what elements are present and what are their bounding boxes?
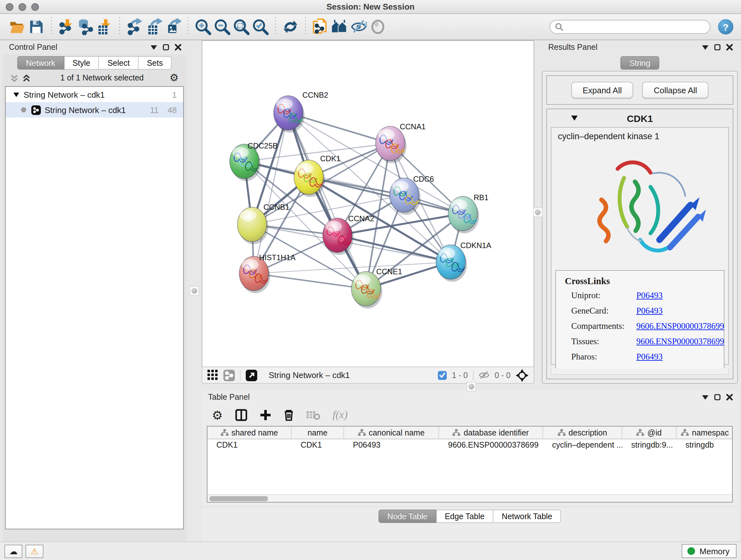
right-splitter[interactable] — [534, 40, 542, 384]
network-node-CDC25B[interactable]: CDC25B — [230, 141, 278, 181]
splitter-handle[interactable] — [190, 286, 199, 296]
panel-float-icon[interactable] — [714, 44, 721, 51]
hide-selected-icon[interactable] — [349, 17, 368, 37]
bottom-splitter[interactable] — [202, 384, 741, 390]
crosslink-link[interactable]: P06493 — [636, 352, 663, 362]
table-cell[interactable]: stringdb — [677, 439, 733, 451]
panel-close-icon[interactable] — [726, 44, 733, 51]
tab-sets[interactable]: Sets — [138, 56, 172, 70]
add-column-icon[interactable] — [260, 409, 271, 421]
network-row-selected[interactable]: String Network – cdk1 11 48 — [6, 102, 183, 118]
birdseye-view-icon[interactable] — [207, 370, 218, 381]
network-edge[interactable] — [288, 113, 366, 289]
save-session-icon[interactable] — [27, 17, 46, 37]
show-columns-icon[interactable] — [235, 409, 248, 422]
tab-string[interactable]: String — [620, 56, 659, 70]
crosslink-link[interactable]: P06493 — [636, 306, 663, 316]
splitter-handle[interactable] — [533, 207, 542, 217]
tab-node-table[interactable]: Node Table — [379, 509, 436, 523]
network-node-HIST1H1A[interactable]: HIST1H1A — [239, 253, 295, 294]
hscrollbar-thumb[interactable] — [209, 496, 268, 501]
panel-close-icon[interactable] — [175, 44, 181, 51]
network-edge[interactable] — [337, 235, 451, 262]
network-node-CCNB2[interactable]: CCNB2 — [274, 91, 328, 133]
panel-menu-icon[interactable] — [702, 45, 709, 50]
crosslink-link[interactable]: 9606.ENSP00000378699 — [636, 336, 724, 347]
fit-content-crosshair-icon[interactable] — [516, 369, 529, 381]
network-share-icon[interactable] — [223, 369, 235, 381]
panel-menu-icon[interactable] — [151, 45, 157, 50]
network-node-RB1[interactable]: RB1 — [448, 193, 488, 233]
crosslink-link[interactable]: 9606.ENSP00000378699 — [636, 321, 724, 331]
network-canvas[interactable]: CCNB2CCNA1CDC25BCDK1CDC6RB1CCNB1CCNA2HIS… — [202, 40, 534, 367]
column-header-name[interactable]: name — [292, 427, 344, 439]
duplicate-network-icon[interactable] — [311, 17, 330, 37]
help-icon[interactable]: ? — [718, 19, 733, 35]
table-cell[interactable]: 9606.ENSP00000378699 — [439, 439, 543, 451]
column-header-shared-name[interactable]: shared name — [207, 427, 292, 439]
import-network-icon[interactable] — [57, 17, 76, 37]
results-scroll-strip[interactable] — [551, 368, 729, 375]
zoom-fit-icon[interactable] — [232, 17, 251, 37]
column-header-canonical-name[interactable]: canonical name — [344, 427, 439, 439]
collapse-all-button[interactable]: Collapse All — [643, 82, 709, 98]
crosslink-link[interactable]: P06493 — [636, 291, 663, 301]
refresh-view-icon[interactable] — [281, 17, 300, 37]
network-node-CCNE1[interactable]: CCNE1 — [351, 267, 402, 309]
open-in-window-icon[interactable] — [246, 369, 257, 381]
column-header--id[interactable]: @id — [622, 427, 677, 439]
table-hscrollbar[interactable] — [207, 494, 732, 502]
collection-disclosure-icon[interactable] — [13, 92, 19, 97]
delete-column-icon[interactable] — [283, 409, 294, 422]
expand-all-networks-icon[interactable] — [22, 74, 30, 82]
zoom-in-icon[interactable] — [193, 17, 212, 37]
column-header-namespac[interactable]: namespac — [677, 427, 733, 439]
network-node-CCNA2[interactable]: CCNA2 — [323, 214, 374, 255]
tab-select[interactable]: Select — [99, 56, 139, 70]
tab-edge-table[interactable]: Edge Table — [436, 509, 494, 523]
network-node-CCNA1[interactable]: CCNA1 — [376, 122, 426, 163]
panel-menu-icon[interactable] — [702, 395, 709, 399]
warning-icon[interactable]: ⚠ — [25, 544, 44, 558]
table-cell[interactable]: cyclin–dependent ... — [543, 439, 622, 451]
network-edge[interactable] — [254, 113, 288, 273]
network-options-gear-icon[interactable]: ⚙ — [170, 73, 179, 83]
tab-network[interactable]: Network — [17, 56, 64, 70]
zoom-out-icon[interactable] — [212, 17, 232, 37]
import-database-icon[interactable] — [76, 17, 95, 37]
panel-float-icon[interactable] — [714, 394, 721, 400]
table-cell[interactable]: P06493 — [344, 439, 439, 451]
export-network-icon[interactable] — [125, 17, 144, 37]
zoom-selected-icon[interactable] — [251, 17, 270, 37]
network-node-CDKN1A[interactable]: CDKN1A — [436, 241, 491, 282]
export-image-icon[interactable] — [163, 17, 183, 37]
network-edge[interactable] — [254, 273, 366, 289]
network-node-CDK1[interactable]: CDK1 — [294, 154, 340, 197]
entry-disclosure-icon[interactable] — [571, 116, 578, 121]
panel-float-icon[interactable] — [163, 44, 169, 51]
selected-checkbox-icon[interactable] — [438, 371, 447, 380]
cloud-icon[interactable]: ☁ — [4, 544, 22, 558]
collapse-all-networks-icon[interactable] — [10, 74, 18, 82]
column-header-database-identifier[interactable]: database identifier — [439, 427, 543, 439]
memory-button[interactable]: Memory — [682, 544, 737, 558]
export-table-icon[interactable] — [144, 17, 163, 37]
expand-all-button[interactable]: Expand All — [571, 82, 633, 98]
splitter-handle[interactable] — [467, 382, 476, 391]
left-splitter[interactable] — [188, 40, 202, 542]
table-cell[interactable]: CDK1 — [207, 439, 292, 451]
panel-close-icon[interactable] — [726, 394, 733, 400]
string-home-icon[interactable] — [330, 17, 349, 37]
table-row[interactable]: CDK1CDK1P064939606.ENSP00000378699cyclin… — [207, 439, 732, 451]
import-table-icon[interactable] — [95, 17, 114, 37]
table-cell[interactable]: stringdb:9... — [622, 439, 677, 451]
network-collection-row[interactable]: String Network – cdk1 1 — [6, 87, 183, 102]
open-session-icon[interactable] — [8, 17, 27, 37]
tab-network-table[interactable]: Network Table — [493, 509, 561, 523]
network-node-CDC6[interactable]: CDC6 — [390, 175, 434, 215]
table-options-gear-icon[interactable]: ⚙ — [212, 409, 223, 421]
column-header-description[interactable]: description — [543, 427, 622, 439]
table-cell[interactable]: CDK1 — [292, 439, 344, 451]
search-input[interactable] — [549, 20, 711, 34]
tab-style[interactable]: Style — [64, 56, 99, 70]
